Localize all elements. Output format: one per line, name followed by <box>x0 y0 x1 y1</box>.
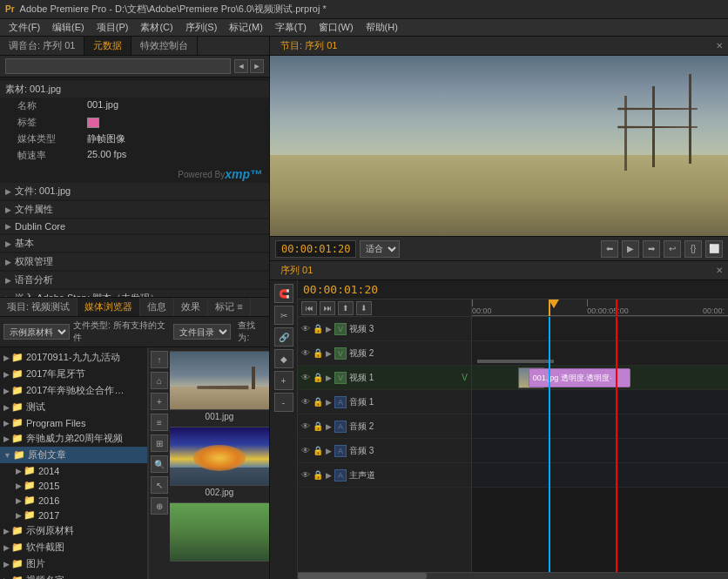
track-eye-a3[interactable]: 👁 <box>301 446 310 455</box>
rights-header[interactable]: ▶ 权限管理 <box>0 253 269 270</box>
tree-item[interactable]: ▶ 📁 2017年尾牙节 <box>0 366 147 382</box>
tree-item-selected[interactable]: ▼ 📁 原创文章 <box>0 447 147 463</box>
track-row-a3[interactable] <box>472 439 728 463</box>
ctrl-btn-home[interactable]: ⌂ <box>151 372 168 389</box>
metadata-search-input[interactable] <box>5 58 231 74</box>
tab-project[interactable]: 项目: 视频测试 <box>0 298 78 316</box>
ctrl-btn-search[interactable]: 🔍 <box>151 455 168 473</box>
ctrl-btn-cursor[interactable]: ↖ <box>151 476 168 494</box>
next-frame-btn[interactable]: ➡ <box>643 240 660 258</box>
ctrl-btn-up[interactable]: ↑ <box>151 351 168 368</box>
fit-select[interactable]: 适合 <box>360 240 400 258</box>
track-eye-a2[interactable]: 👁 <box>301 421 310 431</box>
nav-next-arrow[interactable]: ► <box>250 59 264 73</box>
tree-item[interactable]: ▶ 📁 2014 <box>0 463 147 478</box>
track-expand-master[interactable]: ▶ <box>326 471 332 480</box>
track-lock-v2[interactable]: 🔒 <box>313 348 323 358</box>
ctrl-btn-list[interactable]: ≡ <box>151 414 168 431</box>
tab-markers[interactable]: 标记 ≡ <box>208 298 250 316</box>
track-eye-a1[interactable]: 👁 <box>301 397 310 407</box>
thumb-003[interactable] <box>173 502 266 563</box>
track-expand-v3[interactable]: ▶ <box>326 325 332 333</box>
track-expand-a1[interactable]: ▶ <box>326 398 332 407</box>
preview-close[interactable]: ✕ <box>716 41 723 50</box>
tree-item[interactable]: ▶ 📁 2016 <box>0 493 147 508</box>
source-select[interactable]: 示例原材料 <box>3 324 70 340</box>
adobe-story-header[interactable]: ▶ 嵌入 Adobe Story 脚本（未发现） <box>0 290 269 297</box>
tl-go-in-btn[interactable]: ⏮ <box>301 301 317 315</box>
track-row-v3[interactable] <box>472 317 728 341</box>
dublin-header[interactable]: ▶ Dublin Core <box>0 219 269 233</box>
tl-snap-btn[interactable]: 🧲 <box>274 284 293 303</box>
menu-project[interactable]: 项目(P) <box>91 19 134 36</box>
tab-effects[interactable]: 效果 <box>174 298 208 316</box>
thumb-001[interactable]: 001.jpg <box>173 351 266 421</box>
tl-marker-btn[interactable]: ◆ <box>274 349 293 368</box>
tl-zoom-out-btn[interactable]: - <box>274 393 293 412</box>
tab-info[interactable]: 信息 <box>140 298 174 316</box>
menu-edit[interactable]: 编辑(E) <box>47 19 90 36</box>
menu-marker[interactable]: 标记(M) <box>224 19 268 36</box>
track-expand-a3[interactable]: ▶ <box>326 447 332 455</box>
prev-frame-btn[interactable]: ⬅ <box>601 240 618 258</box>
track-row-master[interactable] <box>472 463 728 488</box>
track-expand-a2[interactable]: ▶ <box>326 422 332 431</box>
track-lock-master[interactable]: 🔒 <box>313 470 323 480</box>
menu-help[interactable]: 帮助(H) <box>361 19 403 36</box>
timeline-close[interactable]: ✕ <box>716 266 723 275</box>
tl-extract-btn[interactable]: ⬇ <box>356 301 372 315</box>
tree-item[interactable]: ▶ 📁 视频名字 <box>0 572 147 579</box>
timeline-ruler[interactable]: 00:00 00:00:05:00 00:00: <box>472 300 728 316</box>
track-lock-v3[interactable]: 🔒 <box>313 324 323 333</box>
tab-mixer[interactable]: 调音台: 序列 01 <box>0 37 84 55</box>
tab-media-browser[interactable]: 媒体浏览器 <box>78 298 140 316</box>
file-props-header[interactable]: ▶ 文件属性 <box>0 201 269 218</box>
tree-item[interactable]: ▶ 📁 20170911-九九九活动 <box>0 349 147 366</box>
track-expand-v1[interactable]: ▶ <box>326 374 332 382</box>
view-select[interactable]: 文件目录 <box>173 324 231 340</box>
track-row-a2[interactable] <box>472 414 728 439</box>
tl-zoom-in-btn[interactable]: + <box>274 371 293 390</box>
tree-item[interactable]: ▶ 📁 软件截图 <box>0 539 147 555</box>
tl-link-btn[interactable]: 🔗 <box>274 327 293 347</box>
asset-header[interactable]: 素材: 001.jpg <box>0 81 269 98</box>
tree-item[interactable]: ▶ 📁 Program Files <box>0 415 147 430</box>
timeline-scrollbar[interactable] <box>298 572 728 579</box>
menu-file[interactable]: 文件(F) <box>3 19 45 36</box>
file-section-header[interactable]: ▶ 文件: 001.jpg <box>0 183 269 199</box>
track-row-v2[interactable] <box>472 341 728 366</box>
track-eye-master[interactable]: 👁 <box>301 470 310 480</box>
export-frame-btn[interactable]: ⬜ <box>705 240 723 258</box>
tl-lift-btn[interactable]: ⬆ <box>338 301 354 315</box>
loop-btn[interactable]: ↩ <box>664 240 681 258</box>
track-row-v1[interactable]: 001.jpg 透明度·透明度· <box>472 366 728 390</box>
menu-clip[interactable]: 素材(C) <box>135 19 178 36</box>
tree-item[interactable]: ▶ 📁 图片 <box>0 555 147 572</box>
ctrl-btn-new[interactable]: + <box>151 393 168 410</box>
tree-item[interactable]: ▶ 📁 2015 <box>0 478 147 493</box>
tree-item[interactable]: ▶ 📁 示例原材料 <box>0 522 147 539</box>
track-lock-a3[interactable]: 🔒 <box>313 446 323 455</box>
scrollbar-thumb[interactable] <box>298 573 427 579</box>
tree-item[interactable]: ▶ 📁 2017 <box>0 508 147 522</box>
thumb-002[interactable]: 002.jpg <box>173 427 266 497</box>
menu-window[interactable]: 窗口(W) <box>313 19 359 36</box>
tree-item[interactable]: ▶ 📁 测试 <box>0 399 147 415</box>
menu-sequence[interactable]: 序列(S) <box>180 19 223 36</box>
track-lock-a2[interactable]: 🔒 <box>313 421 323 431</box>
tab-effects-control[interactable]: 特效控制台 <box>131 37 198 55</box>
tl-razor-btn[interactable]: ✂ <box>274 306 293 325</box>
tab-metadata[interactable]: 元数据 <box>84 37 131 55</box>
safe-margins-btn[interactable]: {} <box>684 240 702 258</box>
tree-item[interactable]: ▶ 📁 2017年奔驰校企合作… <box>0 382 147 399</box>
basic-header[interactable]: ▶ 基本 <box>0 235 269 252</box>
track-lock-a1[interactable]: 🔒 <box>313 397 323 407</box>
menu-title[interactable]: 字幕(T) <box>270 19 312 36</box>
track-eye-v1[interactable]: 👁 <box>301 373 310 382</box>
track-expand-v2[interactable]: ▶ <box>326 349 332 358</box>
tl-go-out-btn[interactable]: ⏭ <box>320 301 335 315</box>
ctrl-btn-zoom[interactable]: ⊕ <box>151 497 168 515</box>
track-eye-v2[interactable]: 👁 <box>301 348 310 358</box>
timeline-tab[interactable]: 序列 01 <box>275 262 318 279</box>
nav-prev-arrow[interactable]: ◄ <box>234 59 248 73</box>
